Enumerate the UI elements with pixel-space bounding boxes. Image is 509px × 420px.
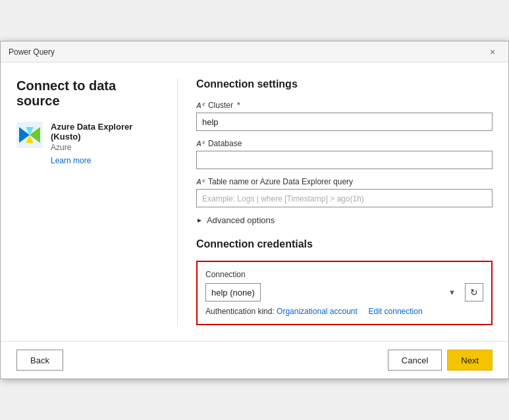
page-title: Connect to data source <box>16 78 155 109</box>
credentials-section: Connection credentials Connection help (… <box>196 238 493 325</box>
refresh-icon: ↻ <box>470 287 478 298</box>
abc-icon-database: Aᶜ <box>196 140 204 148</box>
refresh-button[interactable]: ↻ <box>465 283 483 302</box>
cluster-label-text: Cluster <box>208 101 233 110</box>
panel-divider <box>177 78 178 325</box>
connection-settings-title: Connection settings <box>196 78 493 90</box>
cluster-label: Aᶜ Cluster * <box>196 101 493 110</box>
database-label: Aᶜ Database <box>196 139 493 148</box>
chevron-down-icon: ▼ <box>448 288 456 296</box>
table-field-group: Aᶜ Table name or Azure Data Explorer que… <box>196 177 493 207</box>
connector-info: Azure Data Explorer (Kusto) Azure Learn … <box>16 122 155 165</box>
connector-icon <box>16 122 43 148</box>
credentials-box: Connection help (none) ▼ ↻ <box>196 261 493 325</box>
cluster-required: * <box>237 101 240 110</box>
database-label-text: Database <box>208 139 242 148</box>
main-window: Power Query × Connect to data source <box>0 41 509 379</box>
table-label: Aᶜ Table name or Azure Data Explorer que… <box>196 177 493 186</box>
connection-select-wrapper: help (none) ▼ <box>205 283 461 302</box>
next-button[interactable]: Next <box>447 350 493 371</box>
footer: Back Cancel Next <box>1 341 508 379</box>
edit-connection-link[interactable]: Edit connection <box>369 307 423 316</box>
dialog-content: Connect to data source Azure Data Explor… <box>1 63 508 341</box>
connector-category: Azure <box>51 143 155 152</box>
back-button[interactable]: Back <box>16 350 63 371</box>
connector-name: Azure Data Explorer (Kusto) <box>51 122 155 142</box>
credentials-title: Connection credentials <box>196 238 493 250</box>
advanced-options-toggle[interactable]: ► Advanced options <box>196 215 493 225</box>
right-panel: Connection settings Aᶜ Cluster * Aᶜ Data… <box>180 78 493 325</box>
learn-more-link[interactable]: Learn more <box>51 156 91 165</box>
table-input[interactable] <box>196 189 493 207</box>
cancel-button[interactable]: Cancel <box>388 350 442 371</box>
database-input[interactable] <box>196 151 493 169</box>
advanced-options-label: Advanced options <box>207 215 275 225</box>
abc-icon-table: Aᶜ <box>196 178 204 186</box>
connection-select[interactable]: help (none) <box>205 283 261 302</box>
title-bar: Power Query × <box>1 41 508 63</box>
abc-icon-cluster: Aᶜ <box>196 101 204 110</box>
connection-label: Connection <box>205 270 483 279</box>
auth-kind-label: Authentication kind: <box>205 307 275 316</box>
left-panel: Connect to data source Azure Data Explor… <box>16 78 174 325</box>
connector-details: Azure Data Explorer (Kusto) Azure Learn … <box>51 122 155 165</box>
footer-right: Cancel Next <box>388 350 493 371</box>
connection-select-row: help (none) ▼ ↻ <box>205 283 483 302</box>
cluster-input[interactable] <box>196 113 493 131</box>
table-label-text: Table name or Azure Data Explorer query <box>208 177 353 186</box>
chevron-right-icon: ► <box>196 217 203 224</box>
auth-row: Authentication kind: Organizational acco… <box>205 307 483 316</box>
cluster-field-group: Aᶜ Cluster * <box>196 101 493 131</box>
window-title: Power Query <box>9 47 55 57</box>
close-button[interactable]: × <box>485 44 500 60</box>
auth-kind-value[interactable]: Organizational account <box>277 307 358 316</box>
database-field-group: Aᶜ Database <box>196 139 493 169</box>
